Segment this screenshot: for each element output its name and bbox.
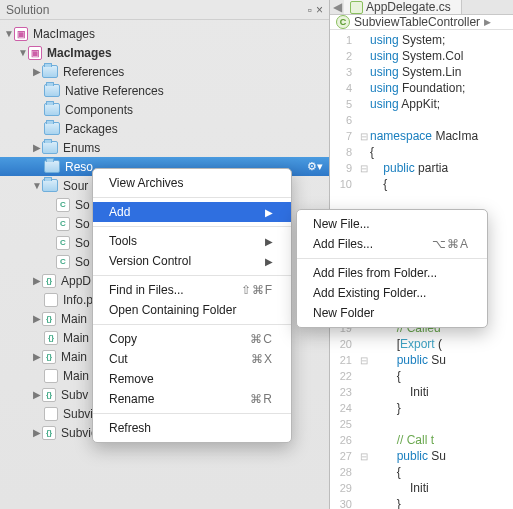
folder-icon	[44, 160, 60, 173]
project-icon: ▣	[28, 46, 42, 60]
chevron-right-icon: ▶	[484, 17, 491, 27]
menu-item-new-file[interactable]: New File...	[297, 214, 487, 234]
editor-tab[interactable]: AppDelegate.cs	[344, 0, 462, 14]
sidebar-title: Solution	[6, 3, 49, 17]
folder-icon	[42, 179, 58, 192]
caret-icon[interactable]: ▶	[32, 389, 42, 400]
gear-icon[interactable]: ⚙▾	[307, 160, 323, 173]
cs-file-icon: {}	[42, 274, 56, 288]
menu-item-refresh[interactable]: Refresh	[93, 418, 291, 438]
menu-item-tools[interactable]: Tools▶	[93, 231, 291, 251]
caret-icon[interactable]: ▼	[18, 47, 28, 58]
menu-item-add-files-from-folder[interactable]: Add Files from Folder...	[297, 263, 487, 283]
cs-file-icon: {}	[42, 350, 56, 364]
xib-icon	[44, 407, 58, 421]
caret-icon[interactable]: ▶	[32, 427, 42, 438]
folder-icon	[44, 122, 60, 135]
project-label: MacImages	[47, 46, 112, 60]
menu-item-add[interactable]: Add▶	[93, 202, 291, 222]
editor-tabbar: ◀ AppDelegate.cs	[330, 0, 513, 15]
add-submenu: New File...Add Files...⌥⌘AAdd Files from…	[296, 209, 488, 328]
cs-file-icon: {}	[42, 312, 56, 326]
menu-item-cut[interactable]: Cut⌘X	[93, 349, 291, 369]
cs-file-icon: C	[56, 255, 70, 269]
sidebar-header: Solution ▫ ×	[0, 0, 329, 20]
cs-file-icon: {}	[42, 388, 56, 402]
xib-icon	[44, 369, 58, 383]
chevron-right-icon: ▶	[265, 207, 273, 218]
caret-icon[interactable]: ▶	[32, 142, 42, 153]
folder-icon	[44, 103, 60, 116]
editor-breadcrumb[interactable]: C SubviewTableController ▶	[330, 15, 513, 30]
folder-packages[interactable]: Packages	[0, 119, 329, 138]
caret-icon[interactable]: ▶	[32, 351, 42, 362]
solution-label: MacImages	[33, 27, 95, 41]
folder-icon	[42, 65, 58, 78]
caret-icon[interactable]: ▶	[32, 313, 42, 324]
caret-icon[interactable]: ▶	[32, 66, 42, 77]
plist-icon	[44, 293, 58, 307]
caret-icon[interactable]: ▼	[32, 180, 42, 191]
folder-enums[interactable]: ▶Enums	[0, 138, 329, 157]
folder-references[interactable]: ▶References	[0, 62, 329, 81]
menu-item-find-in-files[interactable]: Find in Files...⇧⌘F	[93, 280, 291, 300]
caret-icon[interactable]: ▶	[32, 275, 42, 286]
tab-prev-icon[interactable]: ◀	[330, 0, 344, 14]
folder-native-references[interactable]: Native References	[0, 81, 329, 100]
chevron-right-icon: ▶	[265, 236, 273, 247]
menu-item-new-folder[interactable]: New Folder	[297, 303, 487, 323]
class-icon: C	[336, 15, 350, 29]
folder-icon	[42, 141, 58, 154]
cs-file-icon: {}	[44, 331, 58, 345]
menu-item-add-existing-folder[interactable]: Add Existing Folder...	[297, 283, 487, 303]
caret-icon[interactable]: ▼	[4, 28, 14, 39]
chevron-right-icon: ▶	[265, 256, 273, 267]
sidebar-close-icon[interactable]: ×	[316, 3, 323, 17]
context-menu: View ArchivesAdd▶Tools▶Version Control▶F…	[92, 168, 292, 443]
solution-icon: ▣	[14, 27, 28, 41]
cs-file-icon: C	[56, 217, 70, 231]
menu-item-open-containing-folder[interactable]: Open Containing Folder	[93, 300, 291, 320]
menu-item-add-files[interactable]: Add Files...⌥⌘A	[297, 234, 487, 254]
menu-item-remove[interactable]: Remove	[93, 369, 291, 389]
menu-item-view-archives[interactable]: View Archives	[93, 173, 291, 193]
cs-file-icon: C	[56, 198, 70, 212]
solution-root[interactable]: ▼ ▣ MacImages	[0, 24, 329, 43]
menu-item-version-control[interactable]: Version Control▶	[93, 251, 291, 271]
cs-file-icon: {}	[42, 426, 56, 440]
sidebar-collapse-icon[interactable]: ▫	[308, 3, 312, 17]
menu-item-rename[interactable]: Rename⌘R	[93, 389, 291, 409]
folder-components[interactable]: Components	[0, 100, 329, 119]
menu-item-copy[interactable]: Copy⌘C	[93, 329, 291, 349]
cs-file-icon: C	[56, 236, 70, 250]
breadcrumb-item: SubviewTableController	[354, 15, 480, 29]
project-node[interactable]: ▼ ▣ MacImages	[0, 43, 329, 62]
folder-icon	[44, 84, 60, 97]
